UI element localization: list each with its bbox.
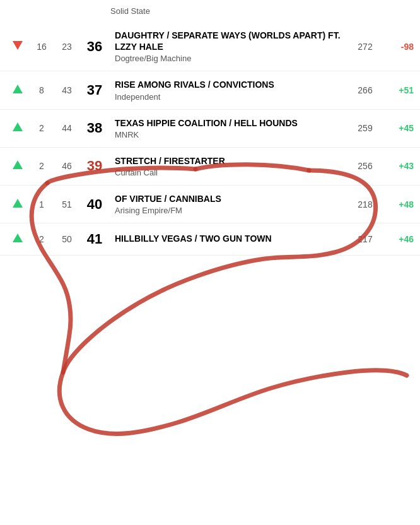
weeks-on-chart: 16 (29, 42, 54, 52)
points-change: +45 (381, 123, 414, 133)
song-label: Curtain Call (115, 168, 344, 177)
song-label: Dogtree/Big Machine (115, 54, 344, 63)
song-title: DAUGHTRY / SEPARATE WAYS (WORLDS APART) … (115, 30, 344, 52)
solid-state-label: Solid State (0, 6, 420, 22)
peak-position: 51 (54, 199, 79, 209)
points-change: -98 (381, 42, 414, 52)
song-artist-part2: FIRESTARTER (164, 156, 225, 166)
peak-position: 46 (54, 161, 79, 171)
song-label: Arising Empire/FM (115, 206, 344, 215)
points-change: +51 (381, 85, 414, 95)
up-arrow-icon (13, 199, 23, 208)
direction-arrow (6, 199, 29, 210)
peak-position: 44 (54, 123, 79, 133)
direction-arrow (6, 122, 29, 134)
points: 259 (349, 123, 381, 133)
up-arrow-icon (13, 160, 23, 169)
weeks-on-chart: 2 (29, 123, 54, 133)
weeks-on-chart: 1 (29, 199, 54, 209)
up-arrow-icon (13, 122, 23, 131)
song-title: RISE AMONG RIVALS / CONVICTIONS (115, 79, 344, 90)
points: 272 (349, 42, 381, 52)
song-info: HILLBILLY VEGAS / TWO GUN TOWN (110, 233, 349, 245)
song-label: MNRK (115, 130, 344, 139)
song-info: DAUGHTRY / SEPARATE WAYS (WORLDS APART) … (110, 30, 349, 63)
current-rank: 36 (79, 38, 110, 55)
song-artist-part1: STRETCH / (115, 156, 164, 166)
up-arrow-icon (13, 233, 23, 242)
current-rank: 41 (79, 231, 110, 247)
peak-position: 43 (54, 85, 79, 95)
weeks-on-chart: 2 (29, 234, 54, 244)
song-info: STRETCH / FIRESTARTER Curtain Call (110, 155, 349, 177)
chart-row: 8 43 37 RISE AMONG RIVALS / CONVICTIONS … (0, 71, 420, 109)
direction-arrow (6, 41, 29, 52)
points-change: +43 (381, 161, 414, 171)
points: 217 (349, 234, 381, 244)
song-title: HILLBILLY VEGAS / TWO GUN TOWN (115, 233, 344, 244)
chart-row: 16 23 36 DAUGHTRY / SEPARATE WAYS (WORLD… (0, 22, 420, 71)
weeks-on-chart: 2 (29, 161, 54, 171)
song-label: Independent (115, 92, 344, 102)
points: 266 (349, 85, 381, 95)
current-rank: 40 (79, 196, 110, 213)
chart-container: Solid State 16 23 36 DAUGHTRY / SEPARATE… (0, 0, 420, 262)
chart-row: 2 44 38 TEXAS HIPPIE COALITION / HELL HO… (0, 110, 420, 148)
current-rank: 38 (79, 120, 110, 136)
current-rank: 37 (79, 82, 110, 98)
song-title: TEXAS HIPPIE COALITION / HELL HOUNDS (115, 117, 344, 129)
direction-arrow (6, 85, 29, 96)
current-rank: 39 (79, 158, 110, 174)
direction-arrow (6, 233, 29, 245)
points-change: +46 (381, 234, 414, 244)
song-title: OF VIRTUE / CANNIBALS (115, 193, 344, 204)
points: 218 (349, 199, 381, 209)
chart-row: 2 50 41 HILLBILLY VEGAS / TWO GUN TOWN 2… (0, 223, 420, 256)
chart-row: 1 51 40 OF VIRTUE / CANNIBALS Arising Em… (0, 186, 420, 223)
song-info: RISE AMONG RIVALS / CONVICTIONS Independ… (110, 79, 349, 101)
direction-arrow (6, 160, 29, 172)
song-title: STRETCH / FIRESTARTER (115, 155, 344, 167)
chart-row: 2 46 39 STRETCH / FIRESTARTER Curtain Ca… (0, 148, 420, 186)
peak-position: 23 (54, 42, 79, 52)
song-info: OF VIRTUE / CANNIBALS Arising Empire/FM (110, 193, 349, 215)
song-info: TEXAS HIPPIE COALITION / HELL HOUNDS MNR… (110, 117, 349, 139)
down-arrow-icon (13, 41, 23, 50)
points-change: +48 (381, 199, 414, 209)
points: 256 (349, 161, 381, 171)
peak-position: 50 (54, 234, 79, 244)
weeks-on-chart: 8 (29, 85, 54, 95)
up-arrow-icon (13, 85, 23, 93)
